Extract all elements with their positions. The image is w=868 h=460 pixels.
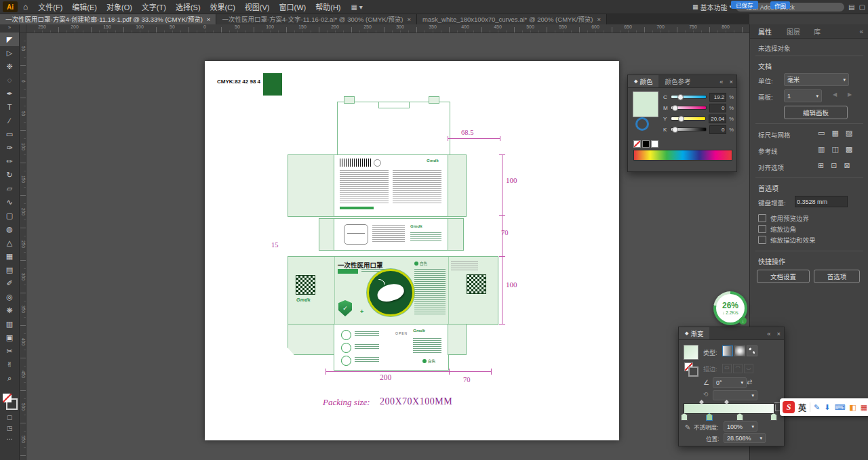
menu-item[interactable]: 文字(T) xyxy=(137,1,171,12)
ime-mode-label[interactable]: 英 xyxy=(798,402,806,413)
preferences-button[interactable]: 首选项 xyxy=(814,270,860,283)
units-select[interactable]: 毫米▾ xyxy=(784,73,849,86)
menu-item[interactable]: 文件(F) xyxy=(33,1,67,12)
home-icon[interactable]: ⌂ xyxy=(18,2,33,12)
menu-item[interactable]: 选择(S) xyxy=(171,1,205,12)
type-tool[interactable]: T xyxy=(0,100,19,114)
menu-item[interactable]: 视图(V) xyxy=(240,1,275,12)
zoom-tool[interactable]: ⌕ xyxy=(0,371,19,385)
lasso-tool[interactable]: ◌ xyxy=(0,73,19,87)
tab-color[interactable]: ◆颜色 xyxy=(628,75,658,87)
draw-behind-icon[interactable]: ◳ xyxy=(0,425,19,436)
eyedropper-tool[interactable]: ✐ xyxy=(0,276,19,290)
white-swatch[interactable] xyxy=(651,140,658,148)
draw-normal-icon[interactable]: ▢ xyxy=(0,414,19,425)
rectangle-tool[interactable]: ▭ xyxy=(0,127,19,141)
channel-value-field[interactable]: 20.04 xyxy=(709,114,726,123)
stroke-color-proxy[interactable] xyxy=(635,117,649,131)
mesh-tool[interactable]: ▦ xyxy=(0,249,19,263)
menu-item[interactable]: 效果(C) xyxy=(205,1,240,12)
smart-guides-icon[interactable]: ▩ xyxy=(846,145,852,154)
gradient-stop[interactable] xyxy=(736,413,743,421)
magic-wand-tool[interactable]: ❉ xyxy=(0,60,19,73)
paintbrush-tool[interactable]: ✑ xyxy=(0,141,19,154)
opacity-select[interactable]: 100%▾ xyxy=(724,421,757,432)
ruler-origin-corner[interactable] xyxy=(19,24,26,33)
lock-guides-icon[interactable]: ◫ xyxy=(831,145,838,154)
gradient-stop[interactable] xyxy=(706,413,713,421)
menu-item[interactable]: 编辑(E) xyxy=(67,1,102,12)
pencil-tool[interactable]: ✏ xyxy=(0,154,19,168)
shape-builder-tool[interactable]: ◍ xyxy=(0,222,19,236)
toolbar-collapse-chevron[interactable]: » xyxy=(0,24,19,33)
tab-libraries[interactable]: 库 xyxy=(807,26,827,37)
hand-tool[interactable]: ✌ xyxy=(0,358,19,371)
artboard-select[interactable]: 1▾ xyxy=(784,89,822,102)
menu-item[interactable]: 对象(O) xyxy=(102,1,137,12)
network-speed-badge[interactable]: 26% ↓ 2.2K/s ↓ xyxy=(713,291,747,325)
share-icon[interactable]: ▤ xyxy=(848,3,854,11)
annotator-select[interactable]: ▾ xyxy=(713,390,757,400)
close-icon[interactable]: × xyxy=(597,16,601,23)
horizontal-ruler[interactable]: 2502001501005005010015020025030035040045… xyxy=(26,24,749,33)
direct-selection-tool[interactable]: ▷ xyxy=(0,46,19,60)
close-icon[interactable]: × xyxy=(407,16,411,23)
document-tab[interactable]: mask_white_180x100x70_curves.ai* @ 200% … xyxy=(417,14,607,24)
artboard[interactable]: CMYK:82 42 98 4 Gmdk Gmdk Gmdk 一次性医用口罩 xyxy=(205,61,619,440)
grid-icon[interactable]: ▦ xyxy=(831,129,838,138)
keyboard-increment-field[interactable]: 0.3528 mm xyxy=(795,196,848,207)
pen-icon[interactable]: ✎ xyxy=(814,403,820,412)
slider-knob[interactable] xyxy=(672,127,678,133)
snap-grid-icon[interactable]: ⊞ xyxy=(818,161,824,170)
document-tab[interactable]: 一次性医用口罩-方案4-创建轮廓-11.18-1.pdf @ 33.33% (C… xyxy=(0,14,216,24)
checkbox[interactable] xyxy=(758,236,766,244)
line-segment-tool[interactable]: ∕ xyxy=(0,114,19,127)
color-spectrum-bar[interactable] xyxy=(633,150,732,161)
fill-color-proxy[interactable] xyxy=(633,91,658,117)
slider-knob[interactable] xyxy=(677,94,684,100)
next-artboard-icon[interactable]: ▶ xyxy=(848,91,852,98)
close-icon[interactable]: × xyxy=(773,330,784,337)
document-tab[interactable]: 一次性医用口罩-方案4-文字-11.16-02.ai* @ 300% (CMYK… xyxy=(216,14,417,24)
gradient-stop[interactable] xyxy=(770,413,777,421)
gradient-stop[interactable] xyxy=(681,413,688,421)
snap-pixel-icon[interactable]: ⊠ xyxy=(844,161,850,170)
grid-icon[interactable]: ▦ xyxy=(861,403,867,412)
gradient-tool[interactable]: ▤ xyxy=(0,263,19,276)
color-slider[interactable] xyxy=(671,106,707,110)
gradient-swatch[interactable] xyxy=(684,345,698,360)
snap-point-icon[interactable]: ⊡ xyxy=(831,161,837,170)
slider-knob[interactable] xyxy=(672,105,678,111)
tab-gradient[interactable]: ◆渐变 xyxy=(679,327,709,339)
artboard-tool[interactable]: ▣ xyxy=(0,331,19,344)
show-guides-icon[interactable]: ▥ xyxy=(818,145,825,154)
selection-tool[interactable]: ◤ xyxy=(0,33,19,46)
collapse-icon[interactable]: « xyxy=(764,330,773,337)
docs-icon[interactable]: ▢ xyxy=(859,3,865,11)
color-slider[interactable] xyxy=(671,117,707,121)
gradient-bar[interactable] xyxy=(684,403,774,414)
pen-tool[interactable]: ✒ xyxy=(0,87,19,100)
tab-color-guide[interactable]: 颜色参考 xyxy=(658,75,696,87)
eyedropper-icon[interactable]: ✐ xyxy=(684,424,691,430)
black-swatch[interactable] xyxy=(642,140,650,148)
color-slider[interactable] xyxy=(671,95,707,99)
document-setup-button[interactable]: 文档设置 xyxy=(757,270,810,283)
plugin-saved-button[interactable]: 已保存 xyxy=(731,1,758,9)
vertical-ruler[interactable]: 50050100150200250300350400450500550 xyxy=(19,33,26,460)
tab-properties[interactable]: 属性 xyxy=(750,26,780,37)
none-swatch[interactable] xyxy=(633,140,641,148)
fill-swatch[interactable] xyxy=(3,394,12,402)
close-icon[interactable]: × xyxy=(726,78,736,85)
free-transform-tool[interactable]: ▢ xyxy=(0,209,19,222)
color-slider[interactable] xyxy=(671,127,707,131)
collapse-icon[interactable]: « xyxy=(854,28,868,35)
blend-tool[interactable]: ◎ xyxy=(0,290,19,304)
checkbox[interactable] xyxy=(758,214,766,222)
position-select[interactable]: 28.508%▾ xyxy=(724,433,766,443)
linear-gradient-icon[interactable] xyxy=(722,346,733,356)
slice-tool[interactable]: ✂ xyxy=(0,344,19,358)
prev-artboard-icon[interactable]: ◀ xyxy=(833,91,837,98)
checkbox[interactable] xyxy=(758,225,766,233)
close-icon[interactable]: × xyxy=(207,16,211,23)
